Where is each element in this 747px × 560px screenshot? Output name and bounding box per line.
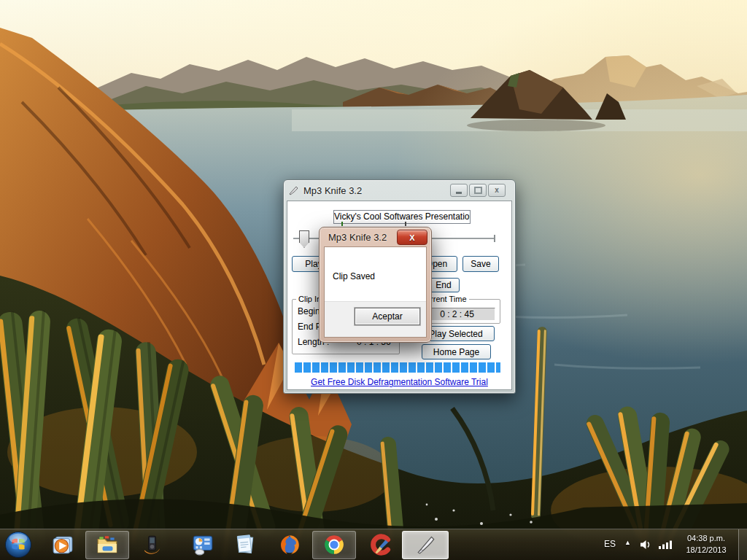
slider-tick-begin	[341, 222, 343, 226]
windows-media-player-icon[interactable]	[51, 533, 74, 556]
maximize-button[interactable]	[469, 184, 487, 197]
firefox-icon[interactable]	[278, 533, 301, 556]
ad-link[interactable]: Get Free Disk Defragmentation Software T…	[287, 377, 511, 387]
dialog-close-button[interactable]: X	[397, 230, 427, 245]
dialog-title: Mp3 Knife 3.2	[328, 232, 387, 243]
presentation-textbox[interactable]: Vicky's Cool Softwares Presentation	[333, 210, 471, 224]
notepad-icon[interactable]	[233, 533, 257, 556]
close-icon: x	[495, 187, 499, 194]
knife-icon	[288, 184, 300, 196]
tray-time: 04:38 p.m.	[677, 532, 735, 544]
dialog-content: Clip Saved Aceptar	[324, 246, 427, 338]
dialog-close-icon: X	[409, 233, 414, 242]
dialog-message: Clip Saved	[333, 271, 375, 281]
seek-slider-endcap	[494, 235, 495, 242]
maximize-icon	[474, 187, 482, 194]
mp3-knife-icon[interactable]	[414, 533, 438, 556]
chrome-icon[interactable]	[322, 533, 346, 556]
aceptar-button[interactable]: Aceptar	[355, 308, 420, 325]
start-orb-icon[interactable]	[4, 531, 32, 559]
minimize-icon	[456, 192, 462, 194]
end-button[interactable]: End	[427, 278, 460, 292]
volume-icon[interactable]	[639, 539, 652, 551]
ccleaner-icon[interactable]	[369, 533, 392, 556]
progress-bar	[295, 362, 500, 373]
dialog-titlebar[interactable]: Mp3 Knife 3.2 X	[320, 228, 431, 246]
tray-date: 18/12/2013	[677, 544, 735, 556]
tray-clock[interactable]: 04:38 p.m. 18/12/2013	[677, 532, 735, 556]
window-title: Mp3 Knife 3.2	[303, 185, 362, 196]
close-button[interactable]: x	[488, 184, 506, 197]
taskbar: ES ▲ 04:38 p.m. 18/12/2013	[0, 529, 747, 560]
slider-tick-end	[405, 222, 406, 226]
home-page-button[interactable]: Home Page	[422, 344, 491, 359]
seek-slider-thumb[interactable]	[299, 230, 309, 248]
itunes-icon[interactable]	[140, 533, 163, 556]
show-hidden-icons-button[interactable]: ▲	[624, 539, 631, 546]
window-titlebar[interactable]: Mp3 Knife 3.2 x	[284, 180, 515, 201]
show-desktop-button[interactable]	[738, 529, 747, 560]
clip-saved-dialog: Mp3 Knife 3.2 X Clip Saved Aceptar	[319, 227, 432, 343]
network-icon[interactable]	[658, 540, 673, 550]
dialog-footer: Aceptar	[325, 301, 426, 337]
control-panel-icon[interactable]	[191, 533, 214, 556]
windows-explorer-icon[interactable]	[96, 533, 119, 556]
language-indicator[interactable]: ES	[604, 539, 616, 549]
minimize-button[interactable]	[450, 184, 468, 197]
save-button[interactable]: Save	[462, 256, 499, 272]
